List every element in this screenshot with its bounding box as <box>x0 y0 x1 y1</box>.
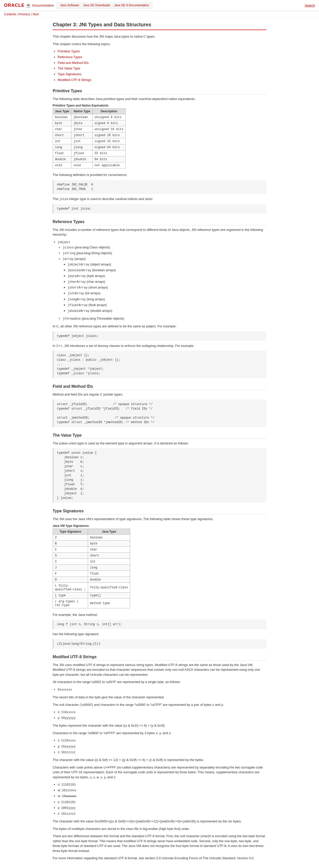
toc-value-type[interactable]: The Value Type <box>58 66 80 70</box>
table-row: [ typetype[] <box>53 592 130 598</box>
utf8-desc-2: All characters in the range \u0001 to \u… <box>53 680 266 684</box>
jni-false-true-code: #define JNI_FALSE 0 #define JNI_TRUE 1 <box>53 180 266 194</box>
type-signatures-heading: Type Signatures <box>53 509 266 515</box>
toc-modified-utf8[interactable]: Modified UTF-8 Strings <box>58 78 91 82</box>
utf8-desc-1: The JNI uses modified UTF-8 strings to r… <box>53 662 266 677</box>
java-doc-text: Documentation <box>32 3 54 7</box>
jsize-code: typedef jint jsize; <box>53 204 266 214</box>
toc-primitive-types[interactable]: Primitive Types <box>58 50 80 53</box>
top-nav: Java Software Java SE Downloads Java SE … <box>56 2 153 9</box>
modified-utf8-heading: Modified UTF-8 Strings <box>53 655 266 660</box>
utf8-differences: There are two differences between this f… <box>53 834 266 853</box>
table-row: voidvoidnot applicable <box>53 162 126 168</box>
sig-text: has the following type signature: <box>53 632 266 637</box>
table-row: Ffloat <box>53 570 130 577</box>
utf8-pair-desc: The bytes represent the character with t… <box>53 723 266 728</box>
toc-type-signatures[interactable]: Type Signatures <box>58 72 81 76</box>
utf8-w2-byte: w: 10wwwwww <box>58 794 266 799</box>
utf8-six-byte: u: 11101101 w: 1011vvvv w: 10wwwwww x: 1… <box>58 782 266 816</box>
utf8-more-info: For more information regarding the stand… <box>53 856 266 861</box>
oracle-logo: ORACLE ☕ Documentation <box>4 3 54 8</box>
utf8-six-byte-desc: The character with the value 0x10000+(((… <box>53 819 266 824</box>
ref-jintarray: jintArray (int arrays) <box>68 291 266 296</box>
ref-jbytearray: jbyteArray (byte arrays) <box>68 274 266 279</box>
cpp-code: class _jobject {}; class _jclass : publi… <box>53 351 266 378</box>
nav-java-software[interactable]: Java Software <box>60 3 79 7</box>
table-row: Jlong <box>53 564 130 570</box>
utf8-z6-byte: z: 10zzzzzz <box>58 811 266 816</box>
col-java-type: Java Type <box>53 108 71 114</box>
reference-types-desc: The JNI includes a number of reference t… <box>53 227 266 237</box>
utf8-two-byte: x: 110xxxxx y: 10yyyyyy <box>58 710 266 721</box>
breadcrumb: Contents | Previous | Next <box>0 11 319 18</box>
reference-hierarchy: jobject jclass (java.lang.Class objects)… <box>58 240 266 321</box>
brand-separator: ☕ <box>26 3 31 8</box>
ref-jshortarray: jshortArray (short arrays) <box>68 285 266 290</box>
table-row: Cchar <box>53 547 130 552</box>
utf8-w1-byte: w: 1011vvvv <box>58 788 266 793</box>
table-row: intjintsigned 32 bits <box>53 138 126 144</box>
value-type-heading: The Value Type <box>53 433 266 439</box>
previous-link[interactable]: Previous <box>19 12 30 16</box>
toc-reference-types[interactable]: Reference Types <box>58 55 82 59</box>
type-signatures-desc: The JNI uses the Java VM's representatio… <box>53 517 266 522</box>
col-type-sig: Type Signature <box>53 529 88 534</box>
table-row: L fully-qualified-class ;fully-qualified… <box>53 583 130 592</box>
utf8-x-byte: x: 110xxxxx <box>58 710 266 715</box>
nav-java-se-downloads[interactable]: Java SE Downloads <box>83 3 110 7</box>
contents-link[interactable]: Contents <box>4 12 16 16</box>
ref-jfloatarray: jfloatArray (float arrays) <box>68 303 266 308</box>
table-row: ( arg-types ) ret-typemethod type <box>53 598 130 608</box>
table-row: Zboolean <box>53 534 130 540</box>
utf8-bytes-order: The bytes of multibyte characters are st… <box>53 827 266 831</box>
cpp-text: In C++, JNI introduces a set of dummy cl… <box>53 343 266 348</box>
type-sig-caption: Java VM Type Signatures <box>53 524 130 528</box>
table-row: bytejbytesigned 8 bits <box>53 120 126 126</box>
table-row: shortjshortsigned 16 bits <box>53 132 126 138</box>
ref-jarray: jarray (arrays) jobjectArray (object arr… <box>63 256 266 314</box>
header-left: ORACLE ☕ Documentation Java Software Jav… <box>4 2 153 9</box>
jsize-text: The jsize integer type is used to descri… <box>53 196 266 202</box>
chapter-title: Chapter 3: JNI Types and Data Structures <box>53 22 266 30</box>
table-row: Ddouble <box>53 577 130 583</box>
table-row: Sshort <box>53 552 130 558</box>
field-method-code: struct _jfieldID; /* opaque structure */… <box>53 400 266 427</box>
next-link[interactable]: Next <box>33 12 39 16</box>
utf8-range-text: Characters in the range '\u0800' to '\uF… <box>53 731 266 736</box>
reference-types-heading: Reference Types <box>53 220 266 225</box>
table-row: charjcharunsigned 16 bits <box>53 126 126 132</box>
primitive-types-table: Primitive Types and Native Equivalents J… <box>53 104 126 168</box>
utf8-three-byte-desc: The character with the value ((x & 0xf) … <box>53 757 266 763</box>
table-row: longjlongsigned 64 bits <box>53 144 126 150</box>
utf8-single-byte: 0xxxxxxx <box>58 687 266 692</box>
utf8-y-byte: y: 10yyyyyy <box>58 715 266 721</box>
search-button[interactable]: Search <box>305 3 315 7</box>
toc-list: Primitive Types Reference Types Field an… <box>58 49 266 83</box>
ref-jlongarray: jlongArray (long arrays) <box>68 297 266 302</box>
main-content: Chapter 3: JNI Types and Data Structures… <box>47 18 272 867</box>
ref-jobject: jobject jclass (java.lang.Class objects)… <box>58 240 266 321</box>
convenience-text: The following definition is provided for… <box>53 173 266 178</box>
primitive-table-caption: Primitive Types and Native Equivalents <box>53 104 126 107</box>
value-type-desc: The jvalue union type is used as the ele… <box>53 441 266 446</box>
table-row: Bbyte <box>53 540 130 547</box>
c-code: typedef jobject jclass; <box>53 331 266 341</box>
intro-paragraph-2: This chapter covers the following topics… <box>53 41 266 46</box>
utf8-y6-byte: y: 1001yyyy <box>58 805 266 811</box>
col-java-type-sig: Java Type <box>88 529 130 534</box>
utf8-y3-byte: y: 10yyyyyy <box>58 744 266 749</box>
utf8-supplementary-text: Characters with code points above U+FFFF… <box>53 765 266 780</box>
ref-jbooleanarray: jbooleanArray (boolean arrays) <box>68 268 266 273</box>
utf8-z3-byte: z: 10zzzzzz <box>58 750 266 755</box>
oracle-brand-text: ORACLE <box>4 3 25 8</box>
table-row: doublejdouble64 bits <box>53 156 126 162</box>
toc-field-method-ids[interactable]: Field and Method IDs <box>58 61 89 65</box>
type-signatures-table: Java VM Type Signatures Type Signature J… <box>53 524 130 608</box>
example-text: For example, the Java method: <box>53 612 266 617</box>
ref-jdoublearray: jdoubleArray (double arrays) <box>68 308 266 314</box>
ref-jobjectarray: jobjectArray (object arrays) <box>68 262 266 267</box>
table-row: floatjfloat32 bits <box>53 150 126 156</box>
field-method-desc: Method and field IDs are regular C point… <box>53 392 266 397</box>
nav-java-se-8-doc[interactable]: Java SE 8 Documentation <box>114 3 149 7</box>
ref-jstring: jstring (java.lang.String objects) <box>63 251 266 256</box>
